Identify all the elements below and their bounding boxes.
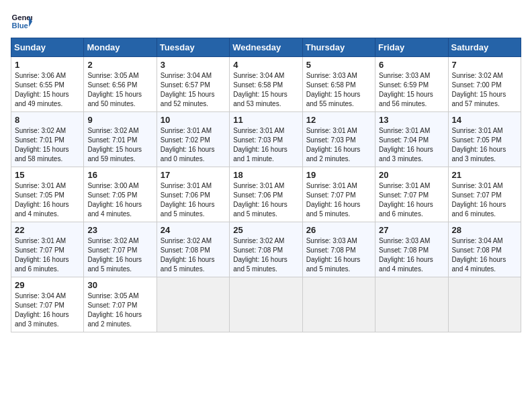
cell-info: Sunrise: 3:04 AMSunset: 6:57 PMDaylight:… [161, 71, 226, 109]
table-row: 16Sunrise: 3:00 AMSunset: 7:05 PMDayligh… [84, 167, 157, 222]
day-number: 21 [452, 170, 517, 180]
table-row: 15Sunrise: 3:01 AMSunset: 7:05 PMDayligh… [11, 167, 84, 222]
table-row: 23Sunrise: 3:02 AMSunset: 7:07 PMDayligh… [84, 222, 157, 277]
table-row: 2Sunrise: 3:05 AMSunset: 6:56 PMDaylight… [84, 57, 157, 112]
table-row: 25Sunrise: 3:02 AMSunset: 7:08 PMDayligh… [230, 222, 302, 277]
table-row [448, 277, 521, 332]
day-number: 28 [452, 225, 517, 235]
table-row [302, 277, 375, 332]
logo-icon: General Blue [11, 11, 32, 32]
table-row: 30Sunrise: 3:05 AMSunset: 7:07 PMDayligh… [84, 277, 157, 332]
table-row: 22Sunrise: 3:01 AMSunset: 7:07 PMDayligh… [11, 222, 84, 277]
cell-info: Sunrise: 3:04 AMSunset: 7:07 PMDaylight:… [15, 291, 80, 329]
table-row: 24Sunrise: 3:02 AMSunset: 7:08 PMDayligh… [157, 222, 229, 277]
table-row: 18Sunrise: 3:01 AMSunset: 7:06 PMDayligh… [230, 167, 302, 222]
day-number: 1 [15, 60, 80, 70]
table-row: 3Sunrise: 3:04 AMSunset: 6:57 PMDaylight… [157, 57, 229, 112]
table-row [230, 277, 302, 332]
day-number: 22 [15, 225, 80, 235]
table-row: 4Sunrise: 3:04 AMSunset: 6:58 PMDaylight… [230, 57, 302, 112]
cell-info: Sunrise: 3:01 AMSunset: 7:06 PMDaylight:… [233, 181, 298, 219]
day-number: 20 [379, 170, 444, 180]
table-row: 20Sunrise: 3:01 AMSunset: 7:07 PMDayligh… [375, 167, 448, 222]
day-number: 11 [233, 115, 298, 125]
cell-info: Sunrise: 3:04 AMSunset: 7:08 PMDaylight:… [452, 236, 517, 274]
day-number: 26 [306, 225, 371, 235]
cell-info: Sunrise: 3:02 AMSunset: 7:08 PMDaylight:… [233, 236, 298, 274]
cell-info: Sunrise: 3:01 AMSunset: 7:07 PMDaylight:… [306, 181, 371, 219]
table-row: 7Sunrise: 3:02 AMSunset: 7:00 PMDaylight… [448, 57, 521, 112]
table-row: 13Sunrise: 3:01 AMSunset: 7:04 PMDayligh… [375, 112, 448, 167]
cell-info: Sunrise: 3:04 AMSunset: 6:58 PMDaylight:… [233, 71, 298, 109]
day-number: 15 [15, 170, 80, 180]
day-number: 23 [87, 225, 152, 235]
svg-text:Blue: Blue [12, 21, 28, 30]
day-number: 8 [15, 115, 80, 125]
day-header-tuesday: Tuesday [157, 38, 229, 57]
day-header-wednesday: Wednesday [230, 38, 302, 57]
cell-info: Sunrise: 3:01 AMSunset: 7:04 PMDaylight:… [379, 126, 444, 164]
day-header-thursday: Thursday [302, 38, 375, 57]
day-number: 18 [233, 170, 298, 180]
day-number: 13 [379, 115, 444, 125]
day-number: 30 [87, 280, 152, 290]
day-number: 17 [161, 170, 226, 180]
cell-info: Sunrise: 3:03 AMSunset: 7:08 PMDaylight:… [379, 236, 444, 274]
cell-info: Sunrise: 3:02 AMSunset: 7:01 PMDaylight:… [15, 126, 80, 164]
day-number: 10 [161, 115, 226, 125]
cell-info: Sunrise: 3:01 AMSunset: 7:03 PMDaylight:… [233, 126, 298, 164]
table-row: 19Sunrise: 3:01 AMSunset: 7:07 PMDayligh… [302, 167, 375, 222]
table-row: 11Sunrise: 3:01 AMSunset: 7:03 PMDayligh… [230, 112, 302, 167]
table-row: 21Sunrise: 3:01 AMSunset: 7:07 PMDayligh… [448, 167, 521, 222]
cell-info: Sunrise: 3:02 AMSunset: 7:08 PMDaylight:… [161, 236, 226, 274]
table-row: 12Sunrise: 3:01 AMSunset: 7:03 PMDayligh… [302, 112, 375, 167]
table-row: 26Sunrise: 3:03 AMSunset: 7:08 PMDayligh… [302, 222, 375, 277]
table-row: 17Sunrise: 3:01 AMSunset: 7:06 PMDayligh… [157, 167, 229, 222]
day-number: 3 [161, 60, 226, 70]
day-number: 14 [452, 115, 517, 125]
day-number: 16 [87, 170, 152, 180]
table-row: 8Sunrise: 3:02 AMSunset: 7:01 PMDaylight… [11, 112, 84, 167]
day-header-monday: Monday [84, 38, 157, 57]
cell-info: Sunrise: 3:02 AMSunset: 7:07 PMDaylight:… [87, 236, 152, 274]
cell-info: Sunrise: 3:01 AMSunset: 7:07 PMDaylight:… [379, 181, 444, 219]
cell-info: Sunrise: 3:00 AMSunset: 7:05 PMDaylight:… [87, 181, 152, 219]
cell-info: Sunrise: 3:01 AMSunset: 7:05 PMDaylight:… [15, 181, 80, 219]
day-number: 9 [87, 115, 152, 125]
calendar-table: SundayMondayTuesdayWednesdayThursdayFrid… [11, 38, 521, 332]
cell-info: Sunrise: 3:05 AMSunset: 6:56 PMDaylight:… [87, 71, 152, 109]
day-number: 5 [306, 60, 371, 70]
table-row: 6Sunrise: 3:03 AMSunset: 6:59 PMDaylight… [375, 57, 448, 112]
day-header-saturday: Saturday [448, 38, 521, 57]
table-row: 29Sunrise: 3:04 AMSunset: 7:07 PMDayligh… [11, 277, 84, 332]
table-row: 10Sunrise: 3:01 AMSunset: 7:02 PMDayligh… [157, 112, 229, 167]
day-number: 25 [233, 225, 298, 235]
day-number: 6 [379, 60, 444, 70]
table-row: 1Sunrise: 3:06 AMSunset: 6:55 PMDaylight… [11, 57, 84, 112]
table-row: 14Sunrise: 3:01 AMSunset: 7:05 PMDayligh… [448, 112, 521, 167]
cell-info: Sunrise: 3:01 AMSunset: 7:05 PMDaylight:… [452, 126, 517, 164]
table-row: 27Sunrise: 3:03 AMSunset: 7:08 PMDayligh… [375, 222, 448, 277]
cell-info: Sunrise: 3:02 AMSunset: 7:01 PMDaylight:… [87, 126, 152, 164]
table-row: 28Sunrise: 3:04 AMSunset: 7:08 PMDayligh… [448, 222, 521, 277]
cell-info: Sunrise: 3:03 AMSunset: 6:58 PMDaylight:… [306, 71, 371, 109]
day-number: 12 [306, 115, 371, 125]
table-row: 5Sunrise: 3:03 AMSunset: 6:58 PMDaylight… [302, 57, 375, 112]
day-header-sunday: Sunday [11, 38, 84, 57]
cell-info: Sunrise: 3:01 AMSunset: 7:07 PMDaylight:… [452, 181, 517, 219]
cell-info: Sunrise: 3:01 AMSunset: 7:07 PMDaylight:… [15, 236, 80, 274]
cell-info: Sunrise: 3:05 AMSunset: 7:07 PMDaylight:… [87, 291, 152, 329]
table-row: 9Sunrise: 3:02 AMSunset: 7:01 PMDaylight… [84, 112, 157, 167]
cell-info: Sunrise: 3:06 AMSunset: 6:55 PMDaylight:… [15, 71, 80, 109]
day-number: 2 [87, 60, 152, 70]
cell-info: Sunrise: 3:01 AMSunset: 7:03 PMDaylight:… [306, 126, 371, 164]
day-number: 24 [161, 225, 226, 235]
day-number: 27 [379, 225, 444, 235]
cell-info: Sunrise: 3:02 AMSunset: 7:00 PMDaylight:… [452, 71, 517, 109]
cell-info: Sunrise: 3:01 AMSunset: 7:06 PMDaylight:… [161, 181, 226, 219]
table-row [157, 277, 229, 332]
table-row [375, 277, 448, 332]
day-header-friday: Friday [375, 38, 448, 57]
cell-info: Sunrise: 3:01 AMSunset: 7:02 PMDaylight:… [161, 126, 226, 164]
header: General Blue [11, 11, 521, 32]
